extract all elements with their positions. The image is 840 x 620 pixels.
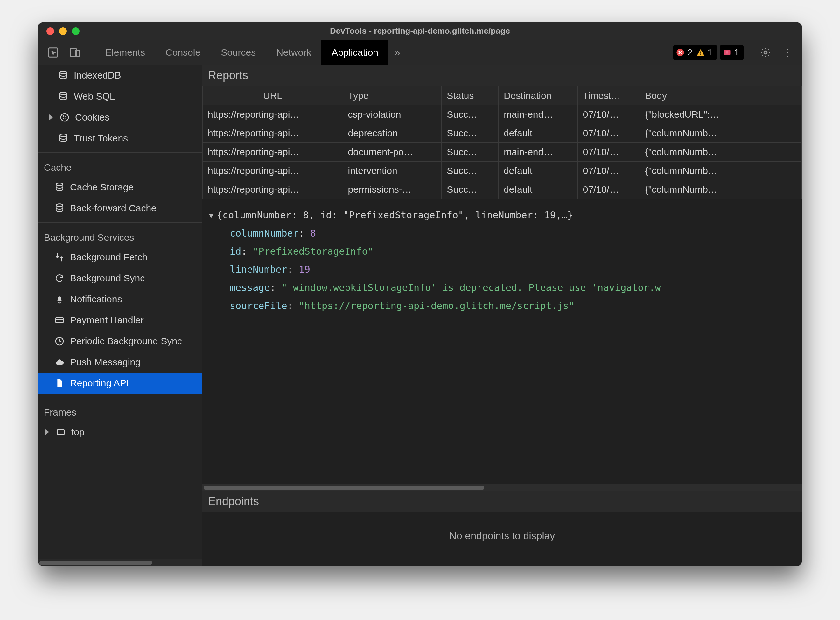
property-key: sourceFile [230,300,287,311]
table-row[interactable]: https://reporting-api…csp-violationSucc…… [203,105,802,124]
object-property-row[interactable]: lineNumber: 19 [210,260,795,278]
cell-status: Succ… [442,143,499,161]
reports-column-header[interactable]: URL [203,86,343,105]
cell-status: Succ… [442,161,499,180]
property-key: message [230,282,270,293]
device-toolbar-icon[interactable] [67,45,83,60]
reports-column-header[interactable]: Type [343,86,442,105]
sidebar-item-label: Cache Storage [70,182,134,193]
error-count: 2 [687,47,692,57]
cell-status: Succ… [442,180,499,199]
sidebar-item-indexeddb[interactable]: IndexedDB [38,65,202,86]
reports-column-header[interactable]: Status [442,86,499,105]
cell-body: {"columnNumb… [640,180,801,199]
sidebar-horizontal-scrollbar[interactable] [38,559,202,566]
cell-body: {"columnNumb… [640,161,801,180]
reports-column-header[interactable]: Body [640,86,801,105]
cell-url: https://reporting-api… [203,161,343,180]
cell-status: Succ… [442,124,499,143]
sidebar-item-notifications[interactable]: Notifications [38,289,202,310]
endpoints-empty-message: No endpoints to display [202,512,802,566]
file-icon [54,378,65,388]
sidebar-item-push-messaging[interactable]: Push Messaging [38,352,202,373]
reports-column-header[interactable]: Timest… [578,86,640,105]
detail-horizontal-scrollbar[interactable] [202,484,802,491]
table-row[interactable]: https://reporting-api…interventionSucc…d… [203,161,802,180]
sidebar-item-periodic-background-sync[interactable]: Periodic Background Sync [38,331,202,352]
sidebar-item-cookies[interactable]: Cookies [38,107,202,128]
reports-column-header[interactable]: Destination [499,86,578,105]
more-panels-icon[interactable]: » [389,46,406,59]
fetch-icon [54,252,65,263]
sidebar-item-label: Cookies [75,112,109,123]
sidebar-item-label: Notifications [70,294,122,305]
minimize-window-button[interactable] [59,27,67,35]
sidebar-group-title: Background Services [38,223,202,247]
database-icon [54,182,65,193]
property-key: lineNumber [230,264,287,275]
sidebar-item-reporting-api[interactable]: Reporting API [38,373,202,394]
console-status-badge[interactable]: 2 1 [673,45,717,60]
database-icon [58,133,69,144]
panel-tab-network[interactable]: Network [266,40,321,65]
property-key: columnNumber [230,228,299,239]
kebab-menu-icon[interactable]: ⋮ [780,44,796,61]
sidebar-item-background-fetch[interactable]: Background Fetch [38,247,202,268]
object-property-row[interactable]: message: "'window.webkitStorageInfo' is … [210,278,795,296]
table-row[interactable]: https://reporting-api…deprecationSucc…de… [203,124,802,143]
main-content: Reports URLTypeStatusDestinationTimest…B… [202,65,802,566]
object-property-row[interactable]: id: "PrefixedStorageInfo" [210,242,795,260]
cell-timestamp: 07/10/… [578,105,640,124]
panel-tab-console[interactable]: Console [155,40,211,65]
cell-destination: default [499,124,578,143]
sidebar-item-label: Back-forward Cache [70,203,157,214]
settings-icon[interactable] [757,44,774,61]
object-property-row[interactable]: sourceFile: "https://reporting-api-demo.… [210,296,795,315]
panel-tab-elements[interactable]: Elements [95,40,155,65]
cell-type: csp-violation [343,105,442,124]
cell-url: https://reporting-api… [203,143,343,161]
sidebar-item-background-sync[interactable]: Background Sync [38,268,202,289]
cell-body: {"columnNumb… [640,124,801,143]
property-value: 19 [299,264,310,275]
cell-url: https://reporting-api… [203,124,343,143]
reports-section-title: Reports [202,65,802,86]
window-title: DevTools - reporting-api-demo.glitch.me/… [38,26,802,36]
sidebar-item-label: Background Fetch [70,252,147,263]
sidebar-item-label: Web SQL [74,91,115,102]
cell-url: https://reporting-api… [203,180,343,199]
card-icon [54,315,65,326]
sidebar-item-trust-tokens[interactable]: Trust Tokens [38,128,202,149]
panel-tab-application[interactable]: Application [321,40,389,65]
sidebar-item-top[interactable]: top [38,421,202,442]
application-sidebar[interactable]: IndexedDBWeb SQLCookiesTrust Tokens Cach… [38,65,202,566]
sidebar-item-back-forward-cache[interactable]: Back-forward Cache [38,198,202,219]
object-property-row[interactable]: columnNumber: 8 [210,224,795,242]
expand-caret-icon [49,114,53,120]
report-body-detail[interactable]: ▶{columnNumber: 8, id: "PrefixedStorageI… [202,199,802,484]
clock-icon [54,336,65,346]
sidebar-item-payment-handler[interactable]: Payment Handler [38,310,202,331]
issues-badge[interactable]: 1 [720,45,743,60]
cell-body: {"blockedURL":… [640,105,801,124]
close-window-button[interactable] [47,27,54,35]
sidebar-item-label: Trust Tokens [74,133,128,144]
expand-caret-icon [45,429,49,435]
reports-table: URLTypeStatusDestinationTimest…Body http… [202,86,802,199]
disclosure-triangle-icon[interactable]: ▶ [205,214,218,218]
panel-tab-sources[interactable]: Sources [211,40,266,65]
table-row[interactable]: https://reporting-api…document-po…Succ…m… [203,143,802,161]
cell-body: {"columnNumb… [640,143,801,161]
devtools-window: DevTools - reporting-api-demo.glitch.me/… [38,22,802,566]
toolbar-separator [748,45,748,59]
sidebar-item-cache-storage[interactable]: Cache Storage [38,177,202,198]
cell-timestamp: 07/10/… [578,143,640,161]
sidebar-item-label: Reporting API [70,378,129,388]
inspect-element-icon[interactable] [45,45,61,60]
cell-type: intervention [343,161,442,180]
cookie-icon [59,112,70,123]
property-value: 8 [310,228,316,239]
sidebar-item-web-sql[interactable]: Web SQL [38,86,202,107]
table-row[interactable]: https://reporting-api…permissions-…Succ…… [203,180,802,199]
fullscreen-window-button[interactable] [72,27,80,35]
